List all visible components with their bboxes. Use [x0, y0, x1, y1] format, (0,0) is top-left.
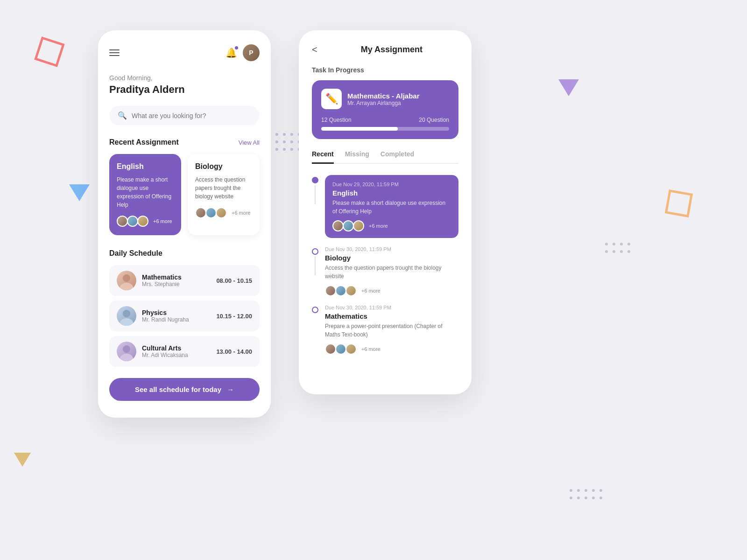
task-teacher: Mr. Arrayan Airlangga [347, 100, 420, 106]
assign-line-biology [315, 257, 316, 275]
avatar-1 [117, 216, 128, 227]
assign-due-biology: Due Nov 30, 2020, 11:59 PM [325, 246, 458, 252]
tab-completed[interactable]: Completed [381, 150, 414, 164]
assign-item-maths: Due Nov 30, 2020, 11:59 PM Mathematics P… [312, 305, 458, 355]
sched-subject-math: Mathematics [142, 273, 211, 281]
svg-point-0 [123, 274, 130, 282]
assign-avatars-english: +6 more [332, 220, 451, 231]
assign-avatars-maths: +6 more [325, 343, 458, 355]
menu-icon[interactable] [109, 49, 120, 56]
assign-subject-english: English [332, 189, 451, 197]
sched-time-physics: 10.15 - 12.00 [216, 313, 252, 320]
assign-dot-col-english [312, 175, 318, 204]
assign-item-english: Due Nov 29, 2020, 11:59 PM English Pleas… [312, 175, 458, 238]
sched-teacher-physics: Mr. Randi Nugraha [142, 316, 211, 323]
header-right: 🔔 P [226, 44, 260, 61]
assign-dot-biology [312, 248, 318, 255]
biology-card-desc: Access the question papers trought the b… [195, 175, 252, 201]
phones-container: 🔔 P Good Morning, Praditya Aldern 🔍 Rece… [98, 30, 710, 418]
schedule-item-math: Mathematics Mrs. Stephanie 08.00 - 10.15 [109, 265, 260, 296]
bell-dot [235, 46, 238, 49]
assign-av1-biology [325, 285, 336, 296]
assign-av1-maths [325, 343, 336, 355]
task-progress-bar [321, 127, 449, 131]
svg-point-4 [123, 345, 130, 353]
assign-av2-maths [335, 343, 346, 355]
assign-content-english: Due Nov 29, 2020, 11:59 PM English Pleas… [325, 175, 458, 238]
assign-av3-biology [345, 285, 357, 296]
biology-more-label: +6 more [232, 210, 251, 216]
deco-square-pink [34, 36, 65, 67]
assign-more-english: +6 more [369, 223, 388, 229]
schedule-list: Mathematics Mrs. Stephanie 08.00 - 10.15… [109, 265, 260, 367]
assign-desc-english: Please make a short dialogue use express… [332, 199, 451, 216]
search-input[interactable] [132, 112, 251, 119]
assignment-cards: English Please make a short dialogue use… [109, 154, 260, 235]
avatar-2b [205, 207, 217, 218]
recent-assignment-header: Recent Assignment View All [109, 138, 260, 147]
user-avatar[interactable]: P [243, 44, 260, 61]
english-card-desc: Please make a short dialogue use express… [117, 175, 174, 209]
recent-assignment-title: Recent Assignment [109, 138, 179, 147]
sched-subject-physics: Physics [142, 309, 211, 316]
sched-subject-arts: Cultural Arts [142, 344, 211, 352]
svg-point-1 [120, 283, 133, 290]
back-button[interactable]: < [312, 44, 317, 55]
schedule-item-arts: Cultural Arts Mr. Adi Wicaksana 13.00 - … [109, 336, 260, 367]
sched-info-math: Mathematics Mrs. Stephanie [142, 273, 211, 287]
sched-time-arts: 13.00 - 14.00 [216, 348, 252, 355]
total-label: 20 Question [419, 117, 449, 123]
username-text: Praditya Aldern [109, 84, 260, 96]
avatar-3 [137, 216, 148, 227]
assign-item-biology: Due Nov 30, 2020, 11:59 PM Biology Acces… [312, 246, 458, 296]
task-section-label: Task In Progress [312, 66, 458, 74]
view-all-button[interactable]: View All [239, 139, 260, 146]
see-all-label: See all schedule for today [135, 385, 221, 393]
biology-card[interactable]: Biology Access the question papers troug… [188, 154, 260, 235]
math-icon: ✏️ [325, 93, 338, 105]
assign-more-biology: +6 more [361, 288, 381, 294]
deco-triangle-gold [14, 453, 31, 467]
task-in-progress-card[interactable]: ✏️ Mathematics - Aljabar Mr. Arrayan Air… [312, 80, 458, 139]
assign-av1-english [332, 220, 344, 231]
avatar-3b [216, 207, 227, 218]
deco-triangle-blue [69, 184, 90, 201]
arrow-icon: → [227, 385, 234, 393]
assign-av2-english [343, 220, 354, 231]
done-label: 12 Question [321, 117, 352, 123]
sched-info-physics: Physics Mr. Randi Nugraha [142, 309, 211, 323]
daily-schedule-title: Daily Schedule [109, 249, 260, 258]
sched-avatar-arts [117, 342, 136, 361]
english-card[interactable]: English Please make a short dialogue use… [109, 154, 181, 235]
assign-subject-maths: Mathematics [325, 312, 458, 320]
greeting-text: Good Morning, [109, 74, 260, 82]
phone-header: 🔔 P [109, 44, 260, 61]
english-card-avatars: +6 more [117, 216, 174, 227]
assign-content-biology: Due Nov 30, 2020, 11:59 PM Biology Acces… [325, 246, 458, 296]
schedule-item-physics: Physics Mr. Randi Nugraha 10.15 - 12.00 [109, 301, 260, 331]
avatar-1b [195, 207, 206, 218]
svg-point-2 [123, 310, 130, 317]
notification-bell[interactable]: 🔔 [226, 47, 237, 58]
svg-point-3 [120, 318, 133, 326]
right-phone-title: My Assignment [325, 45, 458, 55]
task-icon: ✏️ [321, 89, 342, 109]
tab-missing[interactable]: Missing [345, 150, 369, 164]
tab-recent[interactable]: Recent [312, 150, 334, 164]
task-progress-labels: 12 Question 20 Question [321, 117, 449, 123]
sched-info-arts: Cultural Arts Mr. Adi Wicaksana [142, 344, 211, 358]
task-name: Mathematics - Aljabar [347, 92, 420, 100]
sched-time-math: 08.00 - 10.15 [216, 277, 252, 284]
english-more-label: +6 more [153, 218, 172, 224]
see-all-button[interactable]: See all schedule for today → [109, 378, 260, 401]
search-bar[interactable]: 🔍 [109, 106, 260, 125]
assign-more-maths: +6 more [361, 346, 381, 352]
sched-avatar-physics [117, 306, 136, 326]
assign-due-english: Due Nov 29, 2020, 11:59 PM [332, 182, 451, 187]
task-card-info: Mathematics - Aljabar Mr. Arrayan Airlan… [347, 92, 420, 106]
search-icon: 🔍 [118, 111, 127, 120]
assign-dot-col-biology [312, 246, 318, 275]
assign-line-english [315, 185, 316, 204]
dot-grid-right-bottom [570, 489, 602, 499]
assign-av3-maths [345, 343, 357, 355]
